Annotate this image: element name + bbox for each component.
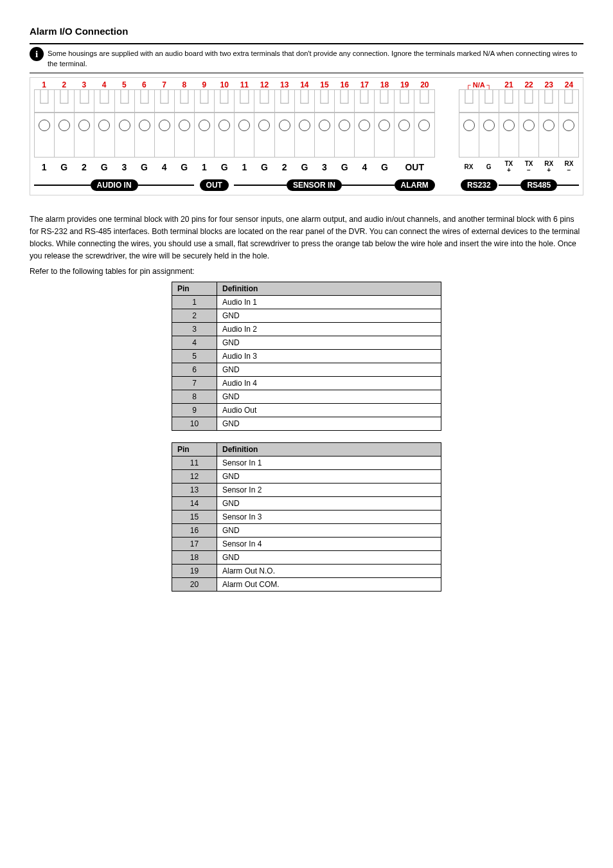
definition-cell: Alarm Out N.O. (217, 565, 441, 578)
terminal-label: G (141, 162, 148, 172)
definition-cell: Sensor In 2 (217, 484, 441, 497)
terminal-pin (459, 89, 479, 113)
terminal-label: 4 (162, 162, 167, 172)
definition-cell: Audio In 2 (217, 323, 441, 336)
pin-cell: 8 (172, 390, 217, 404)
definition-cell: GND (217, 470, 441, 484)
definition-cell: GND (217, 497, 441, 511)
terminal-label: G (301, 162, 308, 172)
terminal-label: 1 (242, 162, 247, 172)
definition-cell: Audio Out (217, 404, 441, 417)
terminal-pin (414, 89, 434, 113)
terminal-number: 15 (320, 80, 328, 89)
terminal-number: 18 (380, 80, 389, 89)
group-audio-in: AUDIO IN (91, 179, 138, 191)
terminal-pin (519, 89, 538, 113)
terminal-number: 8 (182, 80, 186, 89)
divider (30, 73, 583, 73)
terminal-pin (354, 89, 374, 113)
definition-cell: GND (217, 390, 441, 404)
terminal-screw (354, 113, 374, 158)
terminal-pin (538, 89, 558, 113)
table1-header-def: Definition (217, 282, 441, 296)
terminal-screw (459, 113, 479, 158)
terminal-label: 2 (282, 162, 287, 172)
terminal-label: 4 (362, 162, 367, 172)
terminal-screw (214, 113, 234, 158)
terminal-pin (74, 89, 94, 113)
pin-cell: 17 (172, 538, 217, 551)
terminal-pin (479, 89, 499, 113)
table-row: 6GND (172, 363, 441, 377)
paragraph-2: Refer to the following tables for pin as… (30, 266, 583, 278)
table-row: 10GND (172, 417, 441, 431)
group-sensor-in: SENSOR IN (287, 179, 342, 191)
table-row: 17Sensor In 4 (172, 538, 441, 551)
definition-cell: Audio In 1 (217, 296, 441, 309)
pin-cell: 1 (172, 296, 217, 309)
paragraph-1: The alarm provides one terminal block wi… (30, 213, 583, 262)
info-icon: i (30, 47, 44, 61)
table1-header-pin: Pin (172, 282, 217, 296)
terminal-label: G (486, 164, 492, 170)
terminal-number: 2 (62, 80, 66, 89)
terminal-pin (194, 89, 214, 113)
na-label: ┌ N/A ┐ (466, 81, 492, 89)
terminal-pin (134, 89, 154, 113)
table-row: 19Alarm Out N.O. (172, 565, 441, 578)
terminal-number: 22 (524, 80, 533, 89)
terminal-label: TX+ (504, 161, 513, 174)
terminal-screw (254, 113, 274, 158)
table2-header-def: Definition (217, 443, 441, 457)
terminal-label: G (181, 162, 188, 172)
terminal-pin (234, 89, 254, 113)
definition-cell: GND (217, 417, 441, 431)
terminal-label: TX− (525, 161, 533, 174)
terminal-pin (274, 89, 294, 113)
terminal-label: RX (465, 164, 474, 170)
table-row: 15Sensor In 3 (172, 511, 441, 524)
definition-cell: Audio In 3 (217, 350, 441, 363)
terminal-label: G (261, 162, 268, 172)
terminal-pin (374, 89, 394, 113)
table-row: 12GND (172, 470, 441, 484)
pin-table-1: Pin Definition 1Audio In 12GND3Audio In … (172, 282, 441, 431)
terminal-number: 11 (240, 80, 249, 89)
terminal-screw (94, 113, 114, 158)
terminal-screw (34, 113, 54, 158)
table-row: 11Sensor In 1 (172, 457, 441, 470)
terminal-pin (314, 89, 334, 113)
terminal-screw (314, 113, 334, 158)
table-row: 3Audio In 2 (172, 323, 441, 336)
pin-cell: 15 (172, 511, 217, 524)
terminal-number: 4 (102, 80, 107, 89)
terminal-screw (134, 113, 154, 158)
terminal-number: 14 (300, 80, 308, 89)
terminal-screw (558, 113, 579, 158)
terminal-label: G (60, 162, 67, 172)
terminal-screw (374, 113, 394, 158)
terminal-number: 24 (565, 80, 573, 89)
pin-cell: 6 (172, 363, 217, 377)
table-row: 18GND (172, 551, 441, 565)
group-rs485: RS485 (520, 179, 557, 191)
pin-cell: 14 (172, 497, 217, 511)
definition-cell: GND (217, 363, 441, 377)
terminal-number: 16 (340, 80, 348, 89)
terminal-screw (154, 113, 174, 158)
terminal-panel: 1234567891011121314151617181920 ┌ N/A ┐2… (30, 77, 583, 195)
terminal-screw (54, 113, 74, 158)
terminal-label: G (221, 162, 228, 172)
terminal-number: 1 (42, 80, 46, 89)
table-row: 2GND (172, 309, 441, 323)
pin-cell: 11 (172, 457, 217, 470)
terminal-number: 12 (260, 80, 269, 89)
terminal-screw (499, 113, 519, 158)
terminal-number: 5 (122, 80, 127, 89)
pin-cell: 3 (172, 323, 217, 336)
terminal-label: G (381, 162, 388, 172)
pin-cell: 5 (172, 350, 217, 363)
terminal-pin (174, 89, 194, 113)
terminal-pin (94, 89, 114, 113)
terminal-pin (254, 89, 274, 113)
